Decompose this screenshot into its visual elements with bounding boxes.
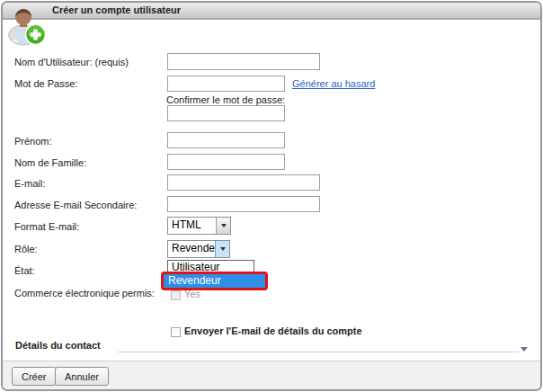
- email-label: E-mail:: [14, 178, 45, 189]
- email-format-select[interactable]: HTML: [167, 217, 231, 235]
- confirm-password-input[interactable]: [167, 105, 285, 121]
- screenshot: Créer un compte utilisateur Nom d'Utilis…: [0, 0, 543, 392]
- dialog-title: Créer un compte utilisateur: [52, 4, 181, 15]
- send-details-label: Envoyer l'E-mail de détails du compte: [184, 325, 362, 336]
- dropdown-arrow-icon[interactable]: [216, 218, 230, 234]
- username-input[interactable]: [167, 53, 320, 70]
- dialog-titlebar: Créer un compte utilisateur: [3, 3, 540, 20]
- email-format-value: HTML: [168, 218, 216, 234]
- role-value: Revendeur: [168, 241, 215, 257]
- section-divider: [118, 352, 519, 352]
- last-name-label: Nom de Famille:: [14, 157, 86, 168]
- generate-random-link[interactable]: Générer au hasard: [292, 78, 375, 89]
- role-option-revendeur[interactable]: Revendeur: [164, 274, 265, 288]
- email-format-label: Format E-mail:: [14, 221, 79, 232]
- dropdown-arrow-icon[interactable]: [215, 241, 229, 257]
- first-name-input[interactable]: [167, 132, 285, 148]
- user-add-icon: [5, 4, 47, 46]
- last-name-input[interactable]: [167, 154, 285, 170]
- send-details-checkbox[interactable]: [171, 327, 181, 337]
- contact-details-heading: Détails du contact: [15, 340, 101, 351]
- collapse-arrow-icon[interactable]: [521, 347, 528, 352]
- dialog-footer: Créer Annuler: [3, 361, 540, 389]
- create-button[interactable]: Créer: [12, 367, 57, 386]
- confirm-password-label: Confirmer le mot de passe:: [166, 94, 285, 105]
- state-label: État:: [14, 265, 35, 276]
- annotation-highlight: Revendeur: [161, 272, 268, 290]
- ecommerce-checkbox[interactable]: [171, 290, 181, 300]
- ecommerce-label: Commerce électronique permis:: [14, 288, 155, 298]
- secondary-email-label: Adresse E-mail Secondaire:: [14, 200, 137, 210]
- create-user-dialog: Créer un compte utilisateur Nom d'Utilis…: [1, 1, 542, 391]
- first-name-label: Prénom:: [14, 136, 52, 147]
- role-label: Rôle:: [14, 244, 38, 254]
- role-select[interactable]: Revendeur: [167, 240, 230, 258]
- password-label: Mot de Passe:: [14, 78, 77, 89]
- secondary-email-input[interactable]: [167, 196, 320, 212]
- password-input[interactable]: [167, 76, 285, 92]
- username-label: Nom d'Utilisateur: (requis): [14, 57, 129, 67]
- email-input[interactable]: [167, 174, 320, 191]
- cancel-button[interactable]: Annuler: [55, 367, 109, 386]
